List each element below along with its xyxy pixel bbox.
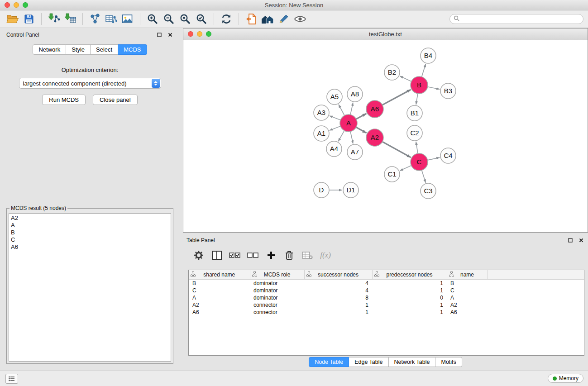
import-network-icon[interactable]	[46, 12, 62, 26]
network-minimize-button[interactable]	[197, 31, 202, 37]
table-cell-shared_name[interactable]: B	[189, 280, 250, 287]
network-node-A[interactable]: A	[340, 114, 357, 132]
network-node-D1[interactable]: D1	[343, 182, 359, 198]
zoom-fit-icon[interactable]	[177, 12, 193, 26]
tab-select[interactable]: Select	[91, 44, 118, 55]
network-node-B1[interactable]: B1	[407, 105, 422, 121]
table-cell-mcds_role[interactable]: dominator	[250, 294, 304, 301]
table-cell-name[interactable]: A	[447, 294, 488, 301]
zoom-selected-icon[interactable]	[193, 12, 210, 26]
network-edge-B-B2[interactable]	[400, 76, 411, 81]
network-edge-A-A2[interactable]	[356, 127, 367, 133]
save-session-icon[interactable]	[21, 12, 37, 26]
table-row[interactable]: A6connector11A6	[189, 309, 584, 316]
network-node-A1[interactable]: A1	[314, 126, 329, 141]
column-header-predecessor-nodes[interactable]: predecessor nodes	[372, 270, 447, 280]
memory-button[interactable]: Memory	[548, 374, 583, 383]
mcds-result-item[interactable]: A	[11, 222, 169, 229]
table-cell-successor_nodes[interactable]: 1	[304, 301, 372, 309]
mcds-result-item[interactable]: A6	[11, 243, 169, 251]
zoom-out-icon[interactable]	[161, 12, 177, 26]
network-edge-A-A6[interactable]	[356, 114, 367, 119]
network-node-A3[interactable]: A3	[314, 105, 329, 120]
tab-style[interactable]: Style	[66, 44, 91, 55]
network-window-titlebar[interactable]: testGlobe.txt	[183, 29, 588, 40]
select-all-icon[interactable]	[228, 249, 242, 262]
run-mcds-button[interactable]: Run MCDS	[42, 95, 86, 105]
apply-layout-icon[interactable]	[218, 12, 234, 26]
network-node-A2[interactable]: A2	[366, 129, 383, 146]
table-cell-shared_name[interactable]: A6	[189, 309, 250, 316]
network-node-A6[interactable]: A6	[366, 100, 383, 118]
deselect-all-icon[interactable]	[246, 249, 260, 262]
network-edge-A-A4[interactable]	[338, 131, 344, 142]
network-node-A5[interactable]: A5	[327, 89, 342, 105]
network-node-B[interactable]: B	[411, 76, 428, 94]
table-cell-shared_name[interactable]: C	[189, 287, 250, 294]
network-edge-B-B4[interactable]	[422, 64, 426, 77]
close-table-panel-icon[interactable]	[578, 237, 584, 243]
network-edge-B-B1[interactable]	[416, 94, 418, 105]
network-node-B4[interactable]: B4	[421, 48, 436, 63]
float-panel-icon[interactable]	[156, 32, 163, 38]
tab-motifs[interactable]: Motifs	[435, 357, 462, 367]
network-edge-C-C3[interactable]	[422, 170, 426, 183]
network-edge-A-A7[interactable]	[350, 132, 353, 144]
table-cell-successor_nodes[interactable]: 8	[304, 294, 372, 301]
home-icon[interactable]	[259, 12, 276, 26]
close-panel-button[interactable]: Close panel	[93, 95, 138, 105]
close-window-button[interactable]	[5, 2, 10, 8]
column-header-mcds-role[interactable]: MCDS role	[250, 270, 304, 280]
mcds-result-item[interactable]: A2	[11, 214, 169, 222]
table-cell-mcds_role[interactable]: connector	[250, 301, 304, 309]
network-edge-A-A5[interactable]	[339, 105, 344, 115]
network-edge-C-C2[interactable]	[416, 142, 418, 153]
annotations-icon[interactable]	[276, 12, 292, 26]
new-network-icon[interactable]	[87, 12, 103, 26]
search-input[interactable]	[462, 15, 579, 23]
network-node-A8[interactable]: A8	[347, 86, 363, 102]
import-table-icon[interactable]	[62, 12, 78, 26]
network-edge-A2-C[interactable]	[382, 142, 411, 157]
network-close-button[interactable]	[188, 31, 193, 37]
network-node-B3[interactable]: B3	[440, 83, 456, 99]
column-header-name[interactable]: name	[447, 270, 488, 280]
network-node-C[interactable]: C	[411, 153, 428, 171]
network-edge-C-C4[interactable]	[428, 157, 440, 160]
new-network-table-icon[interactable]	[103, 12, 120, 26]
toggle-views-columns-icon[interactable]	[210, 249, 224, 262]
network-node-C2[interactable]: C2	[407, 125, 422, 141]
table-cell-predecessor_nodes[interactable]: 1	[372, 287, 447, 294]
network-edge-A-A3[interactable]	[330, 116, 341, 120]
table-cell-shared_name[interactable]: A	[189, 294, 250, 301]
table-cell-mcds_role[interactable]: connector	[250, 309, 304, 316]
network-canvas[interactable]: B4B2BB3A8A5A6A3B1AA1C2A2A4A7C4CC1C3DD1	[183, 40, 588, 233]
search-field[interactable]	[449, 14, 583, 24]
network-node-C4[interactable]: C4	[440, 148, 456, 163]
tab-network-table[interactable]: Network Table	[389, 357, 436, 367]
network-node-C1[interactable]: C1	[384, 167, 400, 182]
network-edge-B-B3[interactable]	[428, 87, 440, 89]
table-row[interactable]: Adominator80A	[189, 294, 584, 301]
show-hide-graphics-eye-icon[interactable]	[292, 12, 308, 26]
open-file-icon[interactable]	[5, 12, 21, 26]
tab-network[interactable]: Network	[33, 44, 66, 55]
zoom-in-icon[interactable]	[144, 12, 161, 26]
delete-column-trash-icon[interactable]	[282, 249, 296, 262]
network-node-C3[interactable]: C3	[421, 183, 436, 199]
network-edge-A-A1[interactable]	[330, 126, 341, 130]
table-cell-name[interactable]: A6	[447, 309, 488, 316]
tab-mcds[interactable]: MCDS	[118, 44, 147, 55]
table-cell-shared_name[interactable]: A2	[189, 301, 250, 309]
delete-table-icon[interactable]	[301, 249, 314, 262]
table-cell-name[interactable]: A2	[447, 301, 488, 309]
table-cell-mcds_role[interactable]: dominator	[250, 280, 304, 287]
table-cell-predecessor_nodes[interactable]: 0	[372, 294, 447, 301]
network-node-A4[interactable]: A4	[326, 141, 342, 157]
network-node-A7[interactable]: A7	[347, 144, 363, 160]
column-header-shared-name[interactable]: shared name	[189, 270, 250, 280]
zoom-window-button[interactable]	[23, 2, 28, 8]
node-table-container[interactable]: shared name MCDS role successor nodes pr…	[188, 270, 584, 356]
table-row[interactable]: A2connector11A2	[189, 301, 584, 309]
float-table-panel-icon[interactable]	[567, 237, 574, 243]
